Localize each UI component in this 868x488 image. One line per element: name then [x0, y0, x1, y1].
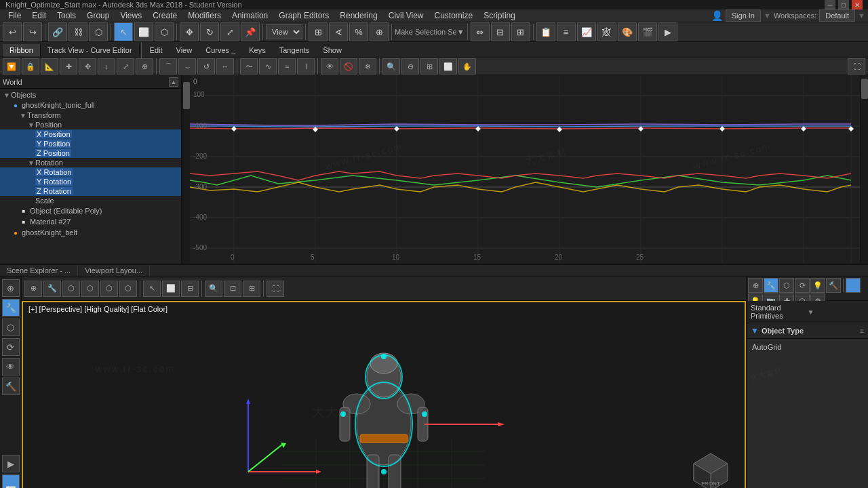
- vp-maximize-btn[interactable]: ⛶: [267, 281, 284, 297]
- menu-modifiers[interactable]: Modifiers: [182, 9, 226, 22]
- track-view-tab[interactable]: Track View - Curve Editor: [41, 44, 140, 56]
- tree-item-tunic[interactable]: ● ghostKnight_tunic_full: [0, 100, 181, 110]
- sign-in-button[interactable]: Sign In: [726, 9, 761, 22]
- render-setup[interactable]: 🎬: [638, 22, 657, 41]
- hierarchy-panel-btn[interactable]: ⬡: [779, 278, 794, 293]
- maximize-button[interactable]: □: [838, 0, 849, 9]
- menu-scripting[interactable]: Scripting: [478, 9, 521, 22]
- viewport-3d[interactable]: [+] [Perspective] [High Quality] [Flat C…: [22, 301, 746, 488]
- menu-tools[interactable]: Tools: [52, 9, 81, 22]
- curve-keys-btn[interactable]: Keys: [242, 44, 272, 56]
- tree-item-zpos[interactable]: Z Position: [0, 148, 181, 158]
- sidebar-display-btn[interactable]: 👁: [2, 358, 20, 375]
- tree-item-belt[interactable]: ● ghostKnight_belt: [0, 227, 181, 238]
- param-curve4-btn[interactable]: ⌇: [297, 58, 315, 75]
- sidebar-motion-btn[interactable]: ⟳: [2, 338, 20, 356]
- material-editor[interactable]: 🎨: [618, 22, 637, 41]
- slide-key-btn[interactable]: ↕: [98, 58, 115, 75]
- obj-type-color[interactable]: [846, 278, 861, 293]
- tree-item-scale[interactable]: Scale: [0, 196, 181, 205]
- scale-key-btn[interactable]: ⤢: [117, 58, 134, 75]
- add-key2-btn[interactable]: ⊕: [136, 58, 153, 75]
- render-button[interactable]: ▶: [658, 22, 677, 41]
- maximize-curve-btn[interactable]: ⛶: [848, 58, 865, 75]
- bind-to-space-button[interactable]: ⬡: [89, 22, 108, 41]
- scene-explorer-tab[interactable]: Scene Explorer - ...: [0, 265, 78, 276]
- nav-cube[interactable]: FRONT: [690, 450, 731, 488]
- vp-region2-btn[interactable]: ⊟: [181, 281, 199, 297]
- zoom-out-btn[interactable]: ⊖: [401, 58, 419, 75]
- tree-item-zrot[interactable]: Z Rotation: [0, 186, 181, 196]
- move-key-btn[interactable]: ✥: [79, 58, 96, 75]
- reference-coord-dropdown[interactable]: View: [266, 24, 302, 39]
- sidebar-utils-btn[interactable]: 🔨: [2, 378, 20, 395]
- vp-select-btn[interactable]: ↖: [143, 281, 161, 297]
- ribbon-tab[interactable]: Ribbon: [3, 44, 41, 56]
- scale-button[interactable]: ⤢: [220, 22, 239, 41]
- workspace-dropdown[interactable]: Default: [819, 9, 855, 22]
- tree-item-obj-poly[interactable]: ■ Object (Editable Poly): [0, 205, 181, 216]
- menu-rendering[interactable]: Rendering: [334, 9, 382, 22]
- param-curve2-btn[interactable]: ∿: [259, 58, 277, 75]
- minimize-button[interactable]: ─: [825, 0, 835, 9]
- pan-btn[interactable]: ✋: [458, 58, 476, 75]
- zoom-fit-btn[interactable]: ⊞: [420, 58, 438, 75]
- align-button[interactable]: ⊟: [491, 22, 510, 41]
- layer-mgr-button[interactable]: 📋: [536, 22, 555, 41]
- graph-vscrollbar-thumb[interactable]: [861, 79, 868, 99]
- vp-tool-1[interactable]: ⊕: [24, 281, 42, 297]
- tree-scrollbar-thumb[interactable]: [183, 82, 190, 109]
- vp-tool-5[interactable]: ⬡: [100, 281, 118, 297]
- utils-panel-btn[interactable]: 🔨: [826, 278, 841, 293]
- menu-group[interactable]: Group: [81, 9, 115, 22]
- snap-toggle[interactable]: ⊞: [309, 22, 328, 41]
- ease-in-btn[interactable]: ⌒: [159, 58, 177, 75]
- viewport-layout-tab[interactable]: Viewport Layou...: [78, 265, 150, 276]
- place-button[interactable]: 📌: [241, 22, 260, 41]
- tree-item-position[interactable]: ▼ Position: [0, 120, 181, 129]
- display-panel-btn[interactable]: 💡: [810, 278, 825, 293]
- hide-btn[interactable]: 🚫: [340, 58, 357, 75]
- object-type-options-icon[interactable]: ≡: [860, 327, 864, 335]
- tree-scrollbar[interactable]: [182, 75, 190, 264]
- tree-item-rotation[interactable]: ▼ Rotation: [0, 158, 181, 167]
- spinner-snap[interactable]: ⊕: [370, 22, 389, 41]
- curve-edit-btn[interactable]: Edit: [143, 44, 170, 56]
- menu-file[interactable]: File: [3, 9, 26, 22]
- menu-edit[interactable]: Edit: [26, 9, 52, 22]
- object-type-expand-icon[interactable]: ▼: [751, 326, 759, 336]
- vp-tool-4[interactable]: ⬡: [81, 281, 99, 297]
- tree-item-objects[interactable]: ▼ Objects: [0, 90, 181, 100]
- tree-item-yrot[interactable]: Y Rotation: [0, 177, 181, 186]
- modify-panel-btn[interactable]: 🔧: [764, 278, 778, 293]
- rotate-button[interactable]: ↻: [200, 22, 219, 41]
- tree-item-transform[interactable]: ▼ Transform: [0, 110, 181, 120]
- sidebar-modify-btn[interactable]: 🔧: [2, 299, 20, 317]
- curve-editor-button[interactable]: 📈: [577, 22, 596, 41]
- vp-zoom3-btn[interactable]: ⊞: [243, 281, 260, 297]
- add-key-btn[interactable]: ✚: [60, 58, 77, 75]
- tree-item-xrot[interactable]: X Rotation: [0, 167, 181, 177]
- link-button[interactable]: 🔗: [48, 22, 67, 41]
- curve-show-btn[interactable]: Show: [316, 44, 349, 56]
- angle-snap[interactable]: ∢: [329, 22, 348, 41]
- menu-customize[interactable]: Customize: [429, 9, 479, 22]
- curve-view-btn[interactable]: View: [170, 44, 199, 56]
- graph-vscrollbar[interactable]: [860, 75, 868, 264]
- menu-civil-view[interactable]: Civil View: [383, 9, 429, 22]
- mirror-button[interactable]: ⇔: [471, 22, 490, 41]
- vp-zoom-btn[interactable]: 🔍: [205, 281, 222, 297]
- tree-item-material[interactable]: ■ Material #27: [0, 216, 181, 227]
- unlink-button[interactable]: ⛓: [68, 22, 87, 41]
- sidebar-create-btn[interactable]: ⊕: [2, 279, 20, 297]
- close-button[interactable]: ✕: [852, 0, 863, 9]
- tree-item-xpos[interactable]: X Position: [0, 129, 181, 139]
- sidebar-current-btn[interactable]: ⬜: [2, 474, 20, 488]
- sidebar-anim-btn[interactable]: ▶: [2, 455, 20, 472]
- sidebar-hierarchy-btn[interactable]: ⬡: [2, 319, 20, 336]
- std-primitives-dropdown-arrow[interactable]: ▼: [808, 308, 865, 316]
- ping-pong-btn[interactable]: ↔: [216, 58, 234, 75]
- redo-button[interactable]: ↪: [23, 22, 42, 41]
- create-panel-btn[interactable]: ⊕: [748, 278, 763, 293]
- schematic-view[interactable]: 🕸: [597, 22, 616, 41]
